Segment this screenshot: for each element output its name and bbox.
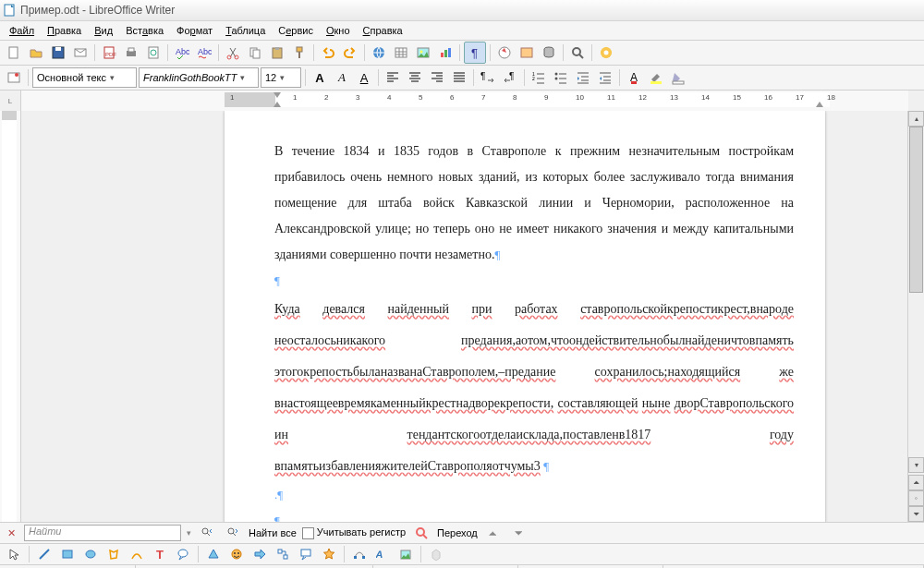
- email-button[interactable]: [70, 42, 91, 63]
- open-button[interactable]: [26, 42, 46, 63]
- fromfile-tool[interactable]: [395, 544, 416, 564]
- paragraph-1[interactable]: В течение 1834 и 1835 годов в Ставрополе…: [274, 139, 794, 268]
- datasource-button[interactable]: [539, 42, 559, 63]
- empty-para[interactable]: ¶: [274, 268, 794, 294]
- menu-format[interactable]: Формат: [171, 23, 218, 38]
- line-tool[interactable]: [34, 544, 55, 564]
- select-tool[interactable]: [4, 544, 24, 564]
- menu-help[interactable]: Справка: [358, 23, 408, 38]
- empty-para-2[interactable]: .¶: [274, 482, 794, 508]
- svg-rect-3: [55, 47, 61, 51]
- scroll-down-button[interactable]: ▾: [908, 457, 924, 473]
- nav-down-button[interactable]: ⏷: [509, 523, 529, 543]
- bold-button[interactable]: A: [310, 67, 330, 88]
- hyperlink-button[interactable]: [369, 42, 389, 63]
- rect-tool[interactable]: [57, 544, 78, 564]
- symbolshapes-tool[interactable]: [226, 544, 247, 564]
- align-right-button[interactable]: [427, 67, 447, 88]
- vertical-ruler[interactable]: [0, 111, 21, 522]
- underline-button[interactable]: A: [354, 67, 374, 88]
- flowchart-tool[interactable]: [273, 544, 293, 564]
- svg-point-54: [237, 552, 239, 554]
- menu-view[interactable]: Вид: [89, 23, 118, 38]
- findall-button[interactable]: Найти все: [249, 527, 297, 538]
- empty-para-3[interactable]: ¶: [274, 508, 794, 522]
- find-prev-button[interactable]: [197, 523, 217, 543]
- starshapes-tool[interactable]: [319, 544, 339, 564]
- nav-up-button[interactable]: ⏶: [483, 523, 504, 543]
- arrowshapes-tool[interactable]: [249, 544, 270, 564]
- font-size-combo[interactable]: 12▾: [261, 67, 301, 88]
- indent-dec-button[interactable]: [595, 67, 615, 88]
- copy-button[interactable]: [245, 42, 265, 63]
- callout-tool[interactable]: [173, 544, 193, 564]
- nav-object-button[interactable]: ◦: [908, 490, 924, 506]
- cut-button[interactable]: [223, 42, 243, 63]
- paste-button[interactable]: [267, 42, 287, 63]
- align-center-button[interactable]: [405, 67, 425, 88]
- font-color-button[interactable]: A: [624, 67, 644, 88]
- image-button[interactable]: [413, 42, 433, 63]
- numbering-button[interactable]: 12: [529, 67, 549, 88]
- svg-rect-55: [278, 550, 282, 553]
- ellipse-tool[interactable]: [80, 544, 101, 564]
- align-left-button[interactable]: [383, 67, 403, 88]
- close-findbar-button[interactable]: ✕: [4, 526, 18, 540]
- polygon-tool[interactable]: [103, 544, 124, 564]
- clone-format-button[interactable]: [289, 42, 310, 63]
- basicshapes-tool[interactable]: [203, 544, 224, 564]
- svg-text:PDF: PDF: [105, 52, 116, 57]
- align-justify-button[interactable]: [449, 67, 469, 88]
- table-button[interactable]: [391, 42, 411, 63]
- horizontal-ruler[interactable]: 1123456789101112131415161718: [21, 91, 908, 112]
- navigator-button[interactable]: [494, 42, 515, 63]
- menu-insert[interactable]: Вставка: [120, 23, 169, 38]
- indent-inc-button[interactable]: [573, 67, 593, 88]
- fontwork-tool[interactable]: A: [372, 544, 393, 564]
- bgcolor-button[interactable]: [668, 67, 688, 88]
- new-doc-button[interactable]: [4, 42, 24, 63]
- menu-window[interactable]: Окно: [321, 23, 356, 38]
- next-page-button[interactable]: ⏷: [908, 506, 924, 522]
- zoom-button[interactable]: [567, 42, 588, 63]
- font-name-combo[interactable]: FranklinGothBookTT▾: [139, 67, 259, 88]
- menu-file[interactable]: Файл: [4, 23, 40, 38]
- print-button[interactable]: [121, 42, 141, 63]
- find-dialog-button[interactable]: [411, 523, 432, 543]
- curve-tool[interactable]: [127, 544, 147, 564]
- document-area[interactable]: В течение 1834 и 1835 годов в Ставрополе…: [21, 111, 907, 522]
- pdf-button[interactable]: PDF: [99, 42, 119, 63]
- para-style-combo[interactable]: Основной текс▾: [32, 67, 137, 88]
- redo-button[interactable]: [340, 42, 360, 63]
- nonprint-button[interactable]: ¶: [464, 42, 486, 64]
- find-input[interactable]: Найти: [24, 525, 181, 541]
- bullets-button[interactable]: [551, 67, 571, 88]
- menu-edit[interactable]: Правка: [42, 23, 87, 38]
- undo-button[interactable]: [318, 42, 338, 63]
- chart-button[interactable]: [435, 42, 456, 63]
- menu-table[interactable]: Таблица: [220, 23, 271, 38]
- scroll-thumb[interactable]: [909, 127, 923, 293]
- points-tool[interactable]: [349, 544, 370, 564]
- ltr-button[interactable]: ¶: [478, 67, 498, 88]
- prev-page-button[interactable]: ⏶: [908, 475, 924, 490]
- vertical-scrollbar[interactable]: ▴ ▾ ⏶ ◦ ⏷: [907, 111, 924, 522]
- matchcase-check[interactable]: Учитывать регистр: [302, 526, 406, 539]
- help-button[interactable]: [596, 42, 616, 63]
- extrusion-tool[interactable]: [426, 544, 446, 564]
- spellcheck-button[interactable]: Abc: [172, 42, 192, 63]
- save-button[interactable]: [48, 42, 68, 63]
- italic-button[interactable]: A: [332, 67, 352, 88]
- highlight-button[interactable]: [646, 67, 666, 88]
- autospell-button[interactable]: Abc: [194, 42, 214, 63]
- paragraph-2[interactable]: Куда девался найденный при работах ставр…: [274, 294, 794, 482]
- preview-button[interactable]: [143, 42, 164, 63]
- calloutshapes-tool[interactable]: [296, 544, 316, 564]
- styles-dialog-button[interactable]: [4, 67, 24, 88]
- rtl-button[interactable]: ¶: [500, 67, 520, 88]
- textbox-tool[interactable]: T: [150, 544, 170, 564]
- find-next-button[interactable]: [223, 523, 243, 543]
- scroll-up-button[interactable]: ▴: [908, 111, 924, 127]
- menu-tools[interactable]: Сервис: [273, 23, 319, 38]
- gallery-button[interactable]: [517, 42, 537, 63]
